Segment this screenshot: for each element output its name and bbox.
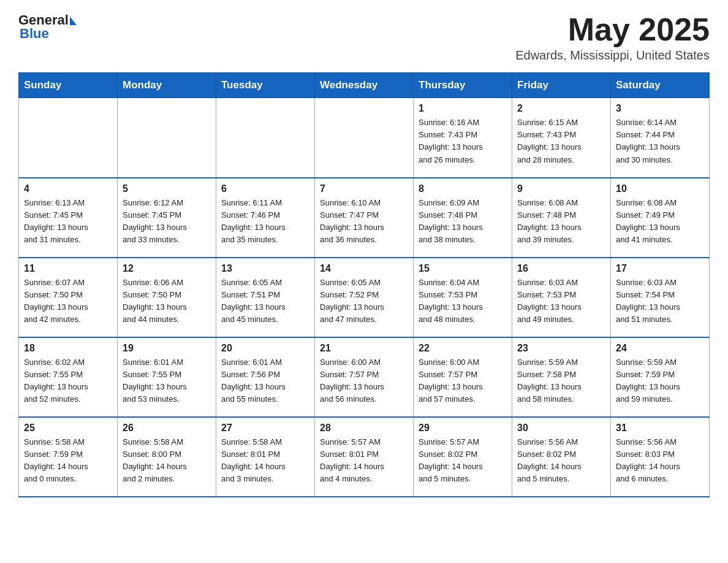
day-number: 23: [517, 343, 605, 354]
calendar-week-row: 18Sunrise: 6:02 AM Sunset: 7:55 PM Dayli…: [19, 337, 710, 417]
day-info: Sunrise: 6:01 AM Sunset: 7:55 PM Dayligh…: [123, 356, 211, 406]
location-title: Edwards, Mississippi, United States: [515, 48, 710, 63]
month-title: May 2025: [515, 12, 710, 47]
day-number: 7: [320, 183, 408, 194]
calendar-day-cell: 22Sunrise: 6:00 AM Sunset: 7:57 PM Dayli…: [414, 337, 512, 417]
day-info: Sunrise: 6:02 AM Sunset: 7:55 PM Dayligh…: [24, 356, 112, 406]
calendar-day-cell: 12Sunrise: 6:06 AM Sunset: 7:50 PM Dayli…: [118, 258, 216, 337]
day-info: Sunrise: 5:57 AM Sunset: 8:01 PM Dayligh…: [320, 436, 408, 486]
calendar-day-cell: 2Sunrise: 6:15 AM Sunset: 7:43 PM Daylig…: [512, 98, 611, 178]
day-info: Sunrise: 6:09 AM Sunset: 7:48 PM Dayligh…: [419, 197, 507, 247]
calendar-day-cell: 31Sunrise: 5:56 AM Sunset: 8:03 PM Dayli…: [611, 417, 710, 497]
day-info: Sunrise: 5:58 AM Sunset: 8:01 PM Dayligh…: [221, 436, 309, 486]
calendar-day-cell: 7Sunrise: 6:10 AM Sunset: 7:47 PM Daylig…: [315, 178, 414, 258]
day-info: Sunrise: 5:57 AM Sunset: 8:02 PM Dayligh…: [419, 436, 507, 486]
day-info: Sunrise: 6:08 AM Sunset: 7:49 PM Dayligh…: [616, 197, 704, 247]
day-info: Sunrise: 6:15 AM Sunset: 7:43 PM Dayligh…: [517, 117, 605, 166]
day-info: Sunrise: 6:05 AM Sunset: 7:52 PM Dayligh…: [320, 277, 408, 326]
calendar-day-cell: 29Sunrise: 5:57 AM Sunset: 8:02 PM Dayli…: [414, 417, 512, 497]
calendar-day-cell: 19Sunrise: 6:01 AM Sunset: 7:55 PM Dayli…: [118, 337, 216, 417]
calendar-day-cell: 10Sunrise: 6:08 AM Sunset: 7:49 PM Dayli…: [611, 178, 710, 258]
calendar-day-cell: 26Sunrise: 5:58 AM Sunset: 8:00 PM Dayli…: [118, 417, 216, 497]
calendar-week-row: 11Sunrise: 6:07 AM Sunset: 7:50 PM Dayli…: [19, 258, 710, 337]
weekday-header: Sunday: [19, 73, 118, 98]
day-number: 17: [616, 263, 704, 274]
day-number: 16: [517, 263, 605, 274]
day-number: 8: [419, 183, 507, 194]
day-info: Sunrise: 6:03 AM Sunset: 7:53 PM Dayligh…: [517, 277, 605, 326]
day-number: 4: [24, 183, 112, 194]
day-number: 30: [517, 423, 605, 434]
calendar-day-cell: 15Sunrise: 6:04 AM Sunset: 7:53 PM Dayli…: [414, 258, 512, 337]
calendar-week-row: 1Sunrise: 6:16 AM Sunset: 7:43 PM Daylig…: [19, 98, 710, 178]
day-info: Sunrise: 6:16 AM Sunset: 7:43 PM Dayligh…: [419, 117, 507, 166]
day-info: Sunrise: 6:06 AM Sunset: 7:50 PM Dayligh…: [123, 277, 211, 326]
day-number: 24: [616, 343, 704, 354]
day-info: Sunrise: 5:59 AM Sunset: 7:58 PM Dayligh…: [517, 356, 605, 406]
day-number: 2: [517, 103, 605, 114]
day-number: 14: [320, 263, 408, 274]
calendar-day-cell: 5Sunrise: 6:12 AM Sunset: 7:45 PM Daylig…: [118, 178, 216, 258]
day-info: Sunrise: 5:59 AM Sunset: 7:59 PM Dayligh…: [616, 356, 704, 406]
day-info: Sunrise: 6:07 AM Sunset: 7:50 PM Dayligh…: [24, 277, 112, 326]
logo: General Blue: [18, 12, 77, 42]
day-number: 6: [221, 183, 309, 194]
calendar-day-cell: 8Sunrise: 6:09 AM Sunset: 7:48 PM Daylig…: [414, 178, 512, 258]
calendar-day-cell: 20Sunrise: 6:01 AM Sunset: 7:56 PM Dayli…: [216, 337, 315, 417]
day-number: 1: [419, 103, 507, 114]
day-info: Sunrise: 6:11 AM Sunset: 7:46 PM Dayligh…: [221, 197, 309, 247]
calendar-day-cell: 17Sunrise: 6:03 AM Sunset: 7:54 PM Dayli…: [611, 258, 710, 337]
calendar-week-row: 4Sunrise: 6:13 AM Sunset: 7:45 PM Daylig…: [19, 178, 710, 258]
calendar-day-cell: [315, 98, 414, 178]
calendar-day-cell: [118, 98, 216, 178]
day-info: Sunrise: 6:03 AM Sunset: 7:54 PM Dayligh…: [616, 277, 704, 326]
weekday-header: Tuesday: [216, 73, 315, 98]
day-info: Sunrise: 5:58 AM Sunset: 7:59 PM Dayligh…: [24, 436, 112, 486]
calendar-day-cell: 24Sunrise: 5:59 AM Sunset: 7:59 PM Dayli…: [611, 337, 710, 417]
calendar-table: SundayMondayTuesdayWednesdayThursdayFrid…: [18, 72, 710, 497]
calendar-day-cell: 3Sunrise: 6:14 AM Sunset: 7:44 PM Daylig…: [611, 98, 710, 178]
calendar-day-cell: 23Sunrise: 5:59 AM Sunset: 7:58 PM Dayli…: [512, 337, 611, 417]
day-number: 19: [123, 343, 211, 354]
logo-arrow-icon: [70, 17, 77, 25]
calendar-day-cell: 18Sunrise: 6:02 AM Sunset: 7:55 PM Dayli…: [19, 337, 118, 417]
day-number: 11: [24, 263, 112, 274]
calendar-day-cell: 21Sunrise: 6:00 AM Sunset: 7:57 PM Dayli…: [315, 337, 414, 417]
day-info: Sunrise: 6:00 AM Sunset: 7:57 PM Dayligh…: [419, 356, 507, 406]
day-number: 28: [320, 423, 408, 434]
day-number: 22: [419, 343, 507, 354]
day-number: 31: [616, 423, 704, 434]
calendar-day-cell: 1Sunrise: 6:16 AM Sunset: 7:43 PM Daylig…: [414, 98, 512, 178]
title-block: May 2025 Edwards, Mississippi, United St…: [515, 12, 710, 63]
day-number: 9: [517, 183, 605, 194]
day-number: 20: [221, 343, 309, 354]
calendar-day-cell: 28Sunrise: 5:57 AM Sunset: 8:01 PM Dayli…: [315, 417, 414, 497]
day-info: Sunrise: 5:56 AM Sunset: 8:02 PM Dayligh…: [517, 436, 605, 486]
calendar-day-cell: [19, 98, 118, 178]
calendar-day-cell: 30Sunrise: 5:56 AM Sunset: 8:02 PM Dayli…: [512, 417, 611, 497]
day-number: 27: [221, 423, 309, 434]
day-info: Sunrise: 6:12 AM Sunset: 7:45 PM Dayligh…: [123, 197, 211, 247]
day-number: 5: [123, 183, 211, 194]
day-number: 3: [616, 103, 704, 114]
day-number: 13: [221, 263, 309, 274]
calendar-day-cell: 25Sunrise: 5:58 AM Sunset: 7:59 PM Dayli…: [19, 417, 118, 497]
day-number: 21: [320, 343, 408, 354]
day-info: Sunrise: 5:56 AM Sunset: 8:03 PM Dayligh…: [616, 436, 704, 486]
calendar-day-cell: 27Sunrise: 5:58 AM Sunset: 8:01 PM Dayli…: [216, 417, 315, 497]
day-number: 12: [123, 263, 211, 274]
day-info: Sunrise: 5:58 AM Sunset: 8:00 PM Dayligh…: [123, 436, 211, 486]
weekday-header: Friday: [512, 73, 611, 98]
logo-blue: Blue: [18, 26, 49, 42]
calendar-day-cell: 16Sunrise: 6:03 AM Sunset: 7:53 PM Dayli…: [512, 258, 611, 337]
calendar-day-cell: 4Sunrise: 6:13 AM Sunset: 7:45 PM Daylig…: [19, 178, 118, 258]
day-info: Sunrise: 6:01 AM Sunset: 7:56 PM Dayligh…: [221, 356, 309, 406]
day-number: 18: [24, 343, 112, 354]
calendar-day-cell: 9Sunrise: 6:08 AM Sunset: 7:48 PM Daylig…: [512, 178, 611, 258]
day-number: 29: [419, 423, 507, 434]
calendar-day-cell: 6Sunrise: 6:11 AM Sunset: 7:46 PM Daylig…: [216, 178, 315, 258]
day-info: Sunrise: 6:10 AM Sunset: 7:47 PM Dayligh…: [320, 197, 408, 247]
calendar-week-row: 25Sunrise: 5:58 AM Sunset: 7:59 PM Dayli…: [19, 417, 710, 497]
day-info: Sunrise: 6:14 AM Sunset: 7:44 PM Dayligh…: [616, 117, 704, 166]
day-number: 25: [24, 423, 112, 434]
